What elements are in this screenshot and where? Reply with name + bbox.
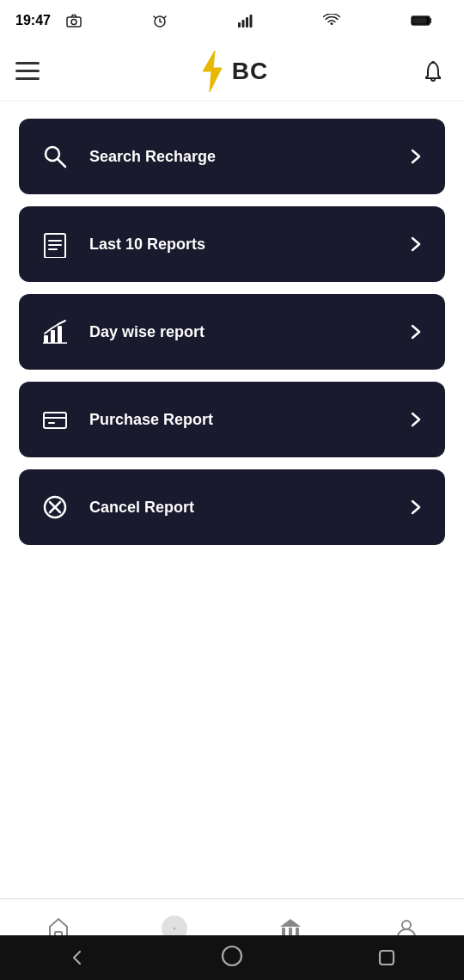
signal-icon [237, 14, 253, 28]
svg-rect-8 [412, 18, 426, 24]
device-home-button[interactable] [213, 939, 251, 977]
purchase-report-icon [36, 401, 74, 438]
status-time: 19:47 [15, 13, 51, 28]
svg-rect-19 [58, 326, 62, 343]
search-recharge-arrow [404, 144, 428, 168]
cancel-report-arrow [404, 495, 428, 519]
menu-list: Search Recharge Last 10 Reports [0, 101, 464, 545]
svg-rect-18 [51, 330, 55, 343]
cancel-report-icon [36, 488, 74, 526]
camera-icon [66, 14, 82, 28]
svg-point-10 [431, 61, 434, 64]
hamburger-line-1 [15, 62, 40, 64]
search-recharge-label: Search Recharge [89, 148, 404, 166]
svg-rect-5 [246, 17, 248, 28]
logo: BC [196, 51, 268, 92]
svg-point-36 [402, 921, 411, 929]
svg-rect-0 [67, 17, 81, 27]
device-nav-bar [0, 935, 464, 980]
hamburger-line-2 [15, 70, 40, 72]
cancel-report-label: Cancel Report [89, 499, 404, 517]
search-recharge-icon [36, 138, 74, 175]
svg-rect-3 [238, 22, 241, 28]
last-10-reports-label: Last 10 Reports [89, 236, 404, 254]
day-wise-report-arrow [404, 320, 428, 344]
svg-line-12 [58, 159, 65, 167]
svg-rect-17 [44, 335, 48, 343]
purchase-report-arrow [404, 407, 428, 432]
top-nav: BC [0, 41, 464, 101]
last-10-reports-item[interactable]: Last 10 Reports [19, 206, 445, 282]
svg-point-37 [223, 946, 241, 965]
status-icons [51, 0, 449, 41]
svg-rect-4 [242, 20, 245, 28]
hamburger-button[interactable] [15, 56, 46, 87]
battery-icon [411, 15, 433, 27]
search-recharge-item[interactable]: Search Recharge [19, 119, 445, 194]
svg-marker-9 [203, 51, 222, 92]
device-recents-button[interactable] [368, 939, 406, 977]
purchase-report-label: Purchase Report [89, 411, 404, 429]
last-10-reports-icon [36, 225, 74, 263]
day-wise-report-icon [36, 313, 74, 351]
notification-button[interactable] [418, 56, 449, 87]
logo-bolt-icon [196, 51, 229, 92]
logo-text: BC [232, 58, 268, 85]
cancel-report-item[interactable]: Cancel Report [19, 469, 445, 545]
alarm-icon [152, 13, 168, 28]
status-bar: 19:47 [0, 0, 464, 41]
last-10-reports-arrow [404, 232, 428, 256]
bell-icon [421, 59, 445, 83]
device-back-button[interactable] [58, 939, 96, 977]
wifi-icon [323, 14, 340, 28]
svg-rect-21 [44, 413, 66, 428]
day-wise-report-item[interactable]: Day wise report [19, 294, 445, 370]
svg-point-1 [71, 20, 76, 25]
day-wise-report-label: Day wise report [89, 323, 404, 341]
hamburger-line-3 [15, 77, 40, 80]
purchase-report-item[interactable]: Purchase Report [19, 382, 445, 457]
svg-rect-38 [380, 951, 394, 965]
svg-rect-6 [250, 15, 253, 28]
